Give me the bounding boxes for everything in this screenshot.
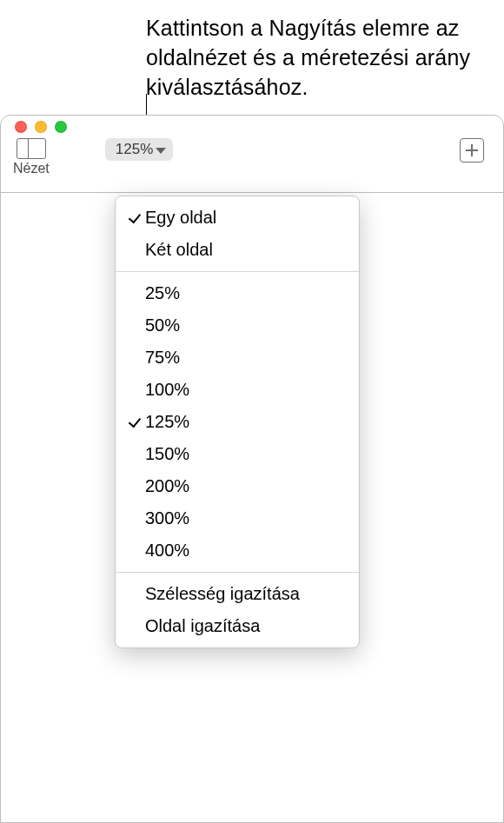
menu-item-label: Szélesség igazítása [145,584,300,604]
menu-item-zoom-50[interactable]: 50% [116,309,359,342]
plus-icon [460,138,484,163]
menu-item-two-pages[interactable]: Két oldal [116,234,359,266]
menu-separator [116,572,359,573]
menu-item-label: 400% [145,541,189,561]
close-window-button[interactable] [15,121,27,133]
menu-item-zoom-300[interactable]: 300% [116,502,359,534]
menu-separator [116,271,359,272]
menu-item-zoom-25[interactable]: 25% [116,277,359,309]
menu-item-label: Egy oldal [145,208,216,228]
view-toolbar-label: Nézet [13,161,50,176]
menu-item-one-page[interactable]: Egy oldal [116,202,359,234]
minimize-window-button[interactable] [35,121,47,133]
toolbar: Nézet 125% [1,138,503,192]
menu-item-zoom-100[interactable]: 100% [116,374,359,406]
menu-item-label: 25% [145,283,180,303]
menu-item-zoom-125[interactable]: 125% [116,406,359,438]
titlebar [1,116,503,138]
menu-item-label: Oldal igazítása [145,616,260,636]
menu-item-label: Két oldal [145,240,213,260]
zoom-dropdown-button[interactable]: 125% [105,138,173,161]
check-icon [128,415,140,428]
menu-item-label: 75% [145,348,180,368]
maximize-window-button[interactable] [55,121,67,133]
menu-item-label: 200% [145,476,189,496]
menu-item-zoom-400[interactable]: 400% [116,534,359,567]
check-icon [128,210,140,223]
menu-item-fit-width[interactable]: Szélesség igazítása [116,578,359,610]
zoom-popup-menu: Egy oldal Két oldal 25% 50% 75% 100% 125… [115,196,360,648]
zoom-toolbar-item: 125% [105,138,173,161]
zoom-value-label: 125% [116,141,153,158]
menu-item-label: 125% [145,412,189,432]
add-toolbar-item[interactable] [460,138,484,163]
menu-item-fit-page[interactable]: Oldal igazítása [116,610,359,642]
menu-item-label: 150% [145,444,189,464]
menu-item-zoom-200[interactable]: 200% [116,470,359,502]
view-toolbar-item[interactable]: Nézet [13,138,50,176]
chevron-down-icon [156,148,166,154]
menu-item-label: 50% [145,315,180,335]
menu-item-zoom-150[interactable]: 150% [116,438,359,470]
menu-item-label: 100% [145,380,189,400]
callout-text: Kattintson a Nagyítás elemre az oldalnéz… [146,14,504,102]
menu-item-label: 300% [145,508,189,528]
menu-item-zoom-75[interactable]: 75% [116,342,359,374]
view-pane-icon [17,138,46,159]
